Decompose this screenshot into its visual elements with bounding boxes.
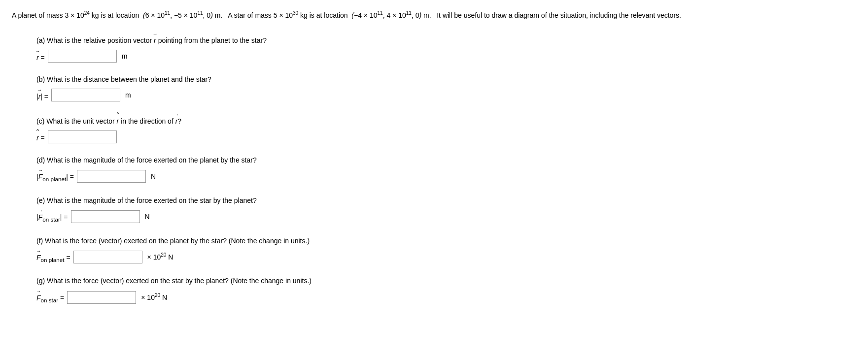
intro-paragraph: A planet of mass 3 × 1024 kg is at locat… [12,9,856,21]
question-a-block: (a) What is the relative position vector… [36,32,856,63]
question-d-prefix: |Fon planet| = [36,168,74,184]
question-c-prefix: r = [36,130,45,143]
question-d-label: (d) What is the magnitude of the force e… [36,155,856,165]
question-e-input[interactable] [71,210,140,223]
question-d-answer-row: |Fon planet| = N [36,168,856,184]
question-b-answer-row: |r| = m [36,88,856,102]
question-e-prefix: |Fon star| = [36,209,68,224]
question-d-input[interactable] [77,170,146,183]
question-f-block: (f) What is the force (vector) exerted o… [36,235,856,265]
question-b-unit: m [125,90,131,100]
question-e-answer-row: |Fon star| = N [36,209,856,224]
question-b-label: (b) What is the distance between the pla… [36,74,856,85]
question-b-input[interactable] [51,89,120,101]
question-c-block: (c) What is the unit vector r in the dir… [36,113,856,144]
question-f-answer-row: Fon planet = × 1020 N [36,249,856,264]
question-d-block: (d) What is the magnitude of the force e… [36,155,856,184]
question-f-unit: × 1020 N [147,251,174,262]
question-g-input[interactable] [67,291,136,304]
question-d-unit: N [151,171,156,182]
question-c-answer-row: r = [36,130,856,143]
question-e-unit: N [145,211,150,222]
question-f-label: (f) What is the force (vector) exerted o… [36,235,856,246]
question-f-prefix: Fon planet = [36,249,70,264]
question-c-label: (c) What is the unit vector r in the dir… [36,113,856,127]
question-b-block: (b) What is the distance between the pla… [36,74,856,102]
question-e-label: (e) What is the magnitude of the force e… [36,195,856,206]
question-g-unit: × 1020 N [141,292,167,303]
question-b-prefix: |r| = [36,88,48,102]
question-g-block: (g) What is the force (vector) exerted o… [36,275,856,305]
question-g-answer-row: Fon star = × 1020 N [36,290,856,305]
question-a-unit: m [122,51,128,62]
question-a-prefix: r = [36,49,45,63]
question-g-prefix: Fon star = [36,290,64,305]
question-c-input[interactable] [48,131,117,143]
question-f-input[interactable] [73,251,142,263]
question-a-label: (a) What is the relative position vector… [36,32,856,46]
question-g-label: (g) What is the force (vector) exerted o… [36,275,856,286]
question-a-input[interactable] [48,50,117,63]
question-e-block: (e) What is the magnitude of the force e… [36,195,856,225]
question-a-answer-row: r = m [36,49,856,63]
